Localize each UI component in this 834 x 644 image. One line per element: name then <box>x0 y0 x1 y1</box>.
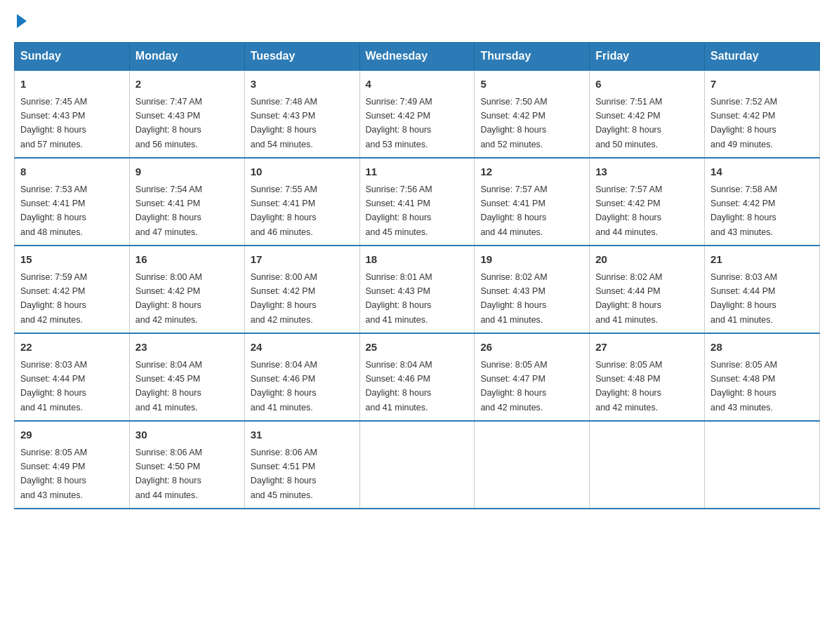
page-header <box>14 14 820 28</box>
day-number: 29 <box>20 427 124 443</box>
calendar-day-cell: 13 Sunrise: 7:57 AMSunset: 4:42 PMDaylig… <box>590 158 705 246</box>
calendar-day-cell: 2 Sunrise: 7:47 AMSunset: 4:43 PMDayligh… <box>129 70 244 158</box>
day-number: 21 <box>710 252 814 268</box>
day-info: Sunrise: 7:49 AMSunset: 4:42 PMDaylight:… <box>366 97 432 149</box>
calendar-day-cell: 5 Sunrise: 7:50 AMSunset: 4:42 PMDayligh… <box>475 70 590 158</box>
day-of-week-header: Saturday <box>705 43 820 71</box>
calendar-day-cell <box>475 421 590 509</box>
day-of-week-header: Wednesday <box>359 43 475 71</box>
day-number: 6 <box>595 76 699 93</box>
logo-triangle-icon <box>17 14 27 28</box>
calendar-day-cell: 20 Sunrise: 8:02 AMSunset: 4:44 PMDaylig… <box>590 246 705 333</box>
calendar-day-cell: 16 Sunrise: 8:00 AMSunset: 4:42 PMDaylig… <box>129 246 244 333</box>
day-info: Sunrise: 7:53 AMSunset: 4:41 PMDaylight:… <box>20 185 87 237</box>
day-info: Sunrise: 8:05 AMSunset: 4:47 PMDaylight:… <box>480 360 547 412</box>
calendar-week-row: 29 Sunrise: 8:05 AMSunset: 4:49 PMDaylig… <box>15 421 820 509</box>
day-info: Sunrise: 8:03 AMSunset: 4:44 PMDaylight:… <box>710 272 777 325</box>
day-number: 25 <box>366 340 469 356</box>
day-of-week-header: Sunday <box>15 43 130 71</box>
day-info: Sunrise: 8:06 AMSunset: 4:51 PMDaylight:… <box>251 448 317 500</box>
day-info: Sunrise: 8:04 AMSunset: 4:45 PMDaylight:… <box>135 360 202 412</box>
day-number: 2 <box>135 76 239 93</box>
day-number: 14 <box>710 164 814 180</box>
calendar-day-cell: 18 Sunrise: 8:01 AMSunset: 4:43 PMDaylig… <box>359 246 475 333</box>
day-number: 1 <box>20 76 124 93</box>
day-number: 13 <box>595 164 699 180</box>
calendar-header-row: SundayMondayTuesdayWednesdayThursdayFrid… <box>15 43 820 71</box>
day-number: 3 <box>251 76 354 93</box>
calendar-week-row: 8 Sunrise: 7:53 AMSunset: 4:41 PMDayligh… <box>15 158 820 246</box>
calendar-day-cell: 8 Sunrise: 7:53 AMSunset: 4:41 PMDayligh… <box>15 158 130 246</box>
calendar-day-cell <box>590 421 705 509</box>
day-info: Sunrise: 8:01 AMSunset: 4:43 PMDaylight:… <box>366 272 432 325</box>
calendar-day-cell: 21 Sunrise: 8:03 AMSunset: 4:44 PMDaylig… <box>705 246 820 333</box>
day-number: 7 <box>710 76 814 93</box>
day-info: Sunrise: 8:05 AMSunset: 4:48 PMDaylight:… <box>710 360 777 412</box>
day-number: 11 <box>366 164 469 180</box>
day-info: Sunrise: 8:00 AMSunset: 4:42 PMDaylight:… <box>135 272 202 325</box>
calendar-day-cell: 6 Sunrise: 7:51 AMSunset: 4:42 PMDayligh… <box>590 70 705 158</box>
day-info: Sunrise: 7:56 AMSunset: 4:41 PMDaylight:… <box>366 185 432 237</box>
calendar-day-cell: 9 Sunrise: 7:54 AMSunset: 4:41 PMDayligh… <box>129 158 244 246</box>
calendar-day-cell: 15 Sunrise: 7:59 AMSunset: 4:42 PMDaylig… <box>15 246 130 333</box>
calendar-day-cell: 1 Sunrise: 7:45 AMSunset: 4:43 PMDayligh… <box>15 70 130 158</box>
calendar-day-cell: 25 Sunrise: 8:04 AMSunset: 4:46 PMDaylig… <box>359 333 475 421</box>
calendar-day-cell: 19 Sunrise: 8:02 AMSunset: 4:43 PMDaylig… <box>475 246 590 333</box>
day-number: 20 <box>595 252 699 268</box>
calendar-day-cell: 4 Sunrise: 7:49 AMSunset: 4:42 PMDayligh… <box>359 70 475 158</box>
day-number: 9 <box>135 164 239 180</box>
calendar-day-cell <box>359 421 475 509</box>
day-number: 23 <box>135 340 239 356</box>
day-number: 4 <box>366 76 469 93</box>
logo <box>14 14 27 28</box>
calendar-week-row: 1 Sunrise: 7:45 AMSunset: 4:43 PMDayligh… <box>15 70 820 158</box>
logo-blue-text <box>14 14 27 28</box>
calendar-day-cell: 17 Sunrise: 8:00 AMSunset: 4:42 PMDaylig… <box>244 246 359 333</box>
day-number: 10 <box>251 164 354 180</box>
day-number: 28 <box>710 340 814 356</box>
day-info: Sunrise: 7:59 AMSunset: 4:42 PMDaylight:… <box>20 272 87 325</box>
day-info: Sunrise: 7:58 AMSunset: 4:42 PMDaylight:… <box>710 185 777 237</box>
calendar-day-cell: 14 Sunrise: 7:58 AMSunset: 4:42 PMDaylig… <box>705 158 820 246</box>
day-number: 8 <box>20 164 124 180</box>
day-info: Sunrise: 8:02 AMSunset: 4:43 PMDaylight:… <box>480 272 547 325</box>
day-info: Sunrise: 8:00 AMSunset: 4:42 PMDaylight:… <box>251 272 317 325</box>
day-number: 12 <box>480 164 583 180</box>
day-info: Sunrise: 8:04 AMSunset: 4:46 PMDaylight:… <box>251 360 317 412</box>
day-number: 30 <box>135 427 239 443</box>
day-info: Sunrise: 7:48 AMSunset: 4:43 PMDaylight:… <box>251 97 317 149</box>
day-number: 17 <box>251 252 354 268</box>
calendar-day-cell: 12 Sunrise: 7:57 AMSunset: 4:41 PMDaylig… <box>475 158 590 246</box>
day-info: Sunrise: 8:02 AMSunset: 4:44 PMDaylight:… <box>595 272 662 325</box>
day-number: 5 <box>480 76 583 93</box>
calendar-day-cell: 3 Sunrise: 7:48 AMSunset: 4:43 PMDayligh… <box>244 70 359 158</box>
day-info: Sunrise: 7:50 AMSunset: 4:42 PMDaylight:… <box>480 97 547 149</box>
day-number: 19 <box>480 252 583 268</box>
day-of-week-header: Friday <box>590 43 705 71</box>
calendar-day-cell: 11 Sunrise: 7:56 AMSunset: 4:41 PMDaylig… <box>359 158 475 246</box>
calendar-day-cell: 7 Sunrise: 7:52 AMSunset: 4:42 PMDayligh… <box>705 70 820 158</box>
day-info: Sunrise: 7:54 AMSunset: 4:41 PMDaylight:… <box>135 185 202 237</box>
calendar-day-cell: 31 Sunrise: 8:06 AMSunset: 4:51 PMDaylig… <box>244 421 359 509</box>
day-number: 16 <box>135 252 239 268</box>
calendar-week-row: 15 Sunrise: 7:59 AMSunset: 4:42 PMDaylig… <box>15 246 820 333</box>
calendar-table: SundayMondayTuesdayWednesdayThursdayFrid… <box>14 42 820 509</box>
calendar-day-cell: 10 Sunrise: 7:55 AMSunset: 4:41 PMDaylig… <box>244 158 359 246</box>
day-number: 22 <box>20 340 124 356</box>
day-info: Sunrise: 7:45 AMSunset: 4:43 PMDaylight:… <box>20 97 87 149</box>
day-info: Sunrise: 7:52 AMSunset: 4:42 PMDaylight:… <box>710 97 777 149</box>
calendar-day-cell: 22 Sunrise: 8:03 AMSunset: 4:44 PMDaylig… <box>15 333 130 421</box>
day-number: 27 <box>595 340 699 356</box>
day-number: 24 <box>251 340 354 356</box>
day-info: Sunrise: 7:55 AMSunset: 4:41 PMDaylight:… <box>251 185 317 237</box>
day-info: Sunrise: 8:04 AMSunset: 4:46 PMDaylight:… <box>366 360 432 412</box>
calendar-day-cell: 24 Sunrise: 8:04 AMSunset: 4:46 PMDaylig… <box>244 333 359 421</box>
day-number: 18 <box>366 252 469 268</box>
day-number: 15 <box>20 252 124 268</box>
day-info: Sunrise: 8:05 AMSunset: 4:49 PMDaylight:… <box>20 448 87 500</box>
day-number: 26 <box>480 340 583 356</box>
day-info: Sunrise: 7:57 AMSunset: 4:42 PMDaylight:… <box>595 185 662 237</box>
calendar-day-cell: 27 Sunrise: 8:05 AMSunset: 4:48 PMDaylig… <box>590 333 705 421</box>
day-of-week-header: Monday <box>129 43 244 71</box>
day-info: Sunrise: 8:05 AMSunset: 4:48 PMDaylight:… <box>595 360 662 412</box>
